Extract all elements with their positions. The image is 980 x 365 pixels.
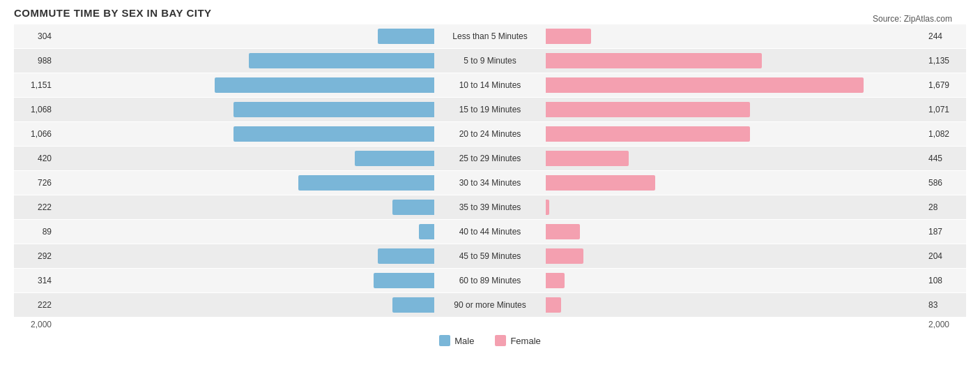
source-label: Source: ZipAtlas.com bbox=[873, 14, 952, 24]
female-bar-wrap bbox=[546, 248, 924, 264]
female-bar bbox=[546, 248, 583, 264]
female-value: 445 bbox=[924, 154, 966, 163]
legend: Male Female bbox=[14, 335, 966, 346]
row-label: 5 to 9 Minutes bbox=[434, 56, 546, 66]
female-bar-wrap bbox=[546, 224, 924, 239]
female-bar-wrap bbox=[546, 273, 924, 288]
male-value: 292 bbox=[14, 251, 56, 261]
female-bar bbox=[546, 29, 591, 44]
chart-area: 304 Less than 5 Minutes 244 988 5 to 9 M… bbox=[14, 24, 966, 317]
male-bar bbox=[355, 151, 434, 166]
female-value: 1,082 bbox=[924, 129, 966, 139]
female-bar bbox=[546, 102, 750, 117]
male-bar-wrap bbox=[56, 297, 434, 313]
female-bar-wrap bbox=[546, 126, 924, 142]
male-bar bbox=[392, 200, 434, 215]
bars-center: 5 to 9 Minutes bbox=[56, 49, 924, 73]
male-bar bbox=[233, 126, 434, 142]
female-value: 586 bbox=[924, 178, 966, 188]
chart-row: 420 25 to 29 Minutes 445 bbox=[14, 147, 966, 170]
chart-title: COMMUTE TIME BY SEX IN BAY CITY bbox=[14, 7, 966, 19]
legend-male: Male bbox=[439, 335, 474, 346]
male-bar bbox=[298, 175, 434, 191]
male-bar bbox=[378, 248, 434, 264]
legend-female-icon bbox=[495, 335, 506, 346]
male-bar-wrap bbox=[56, 200, 434, 215]
male-value: 726 bbox=[14, 178, 56, 188]
legend-female: Female bbox=[495, 335, 540, 346]
male-bar-wrap bbox=[56, 151, 434, 166]
row-label: 45 to 59 Minutes bbox=[434, 251, 546, 261]
female-value: 1,135 bbox=[924, 56, 966, 66]
row-label: 10 to 14 Minutes bbox=[434, 80, 546, 90]
female-bar-wrap bbox=[546, 53, 924, 68]
row-label: 90 or more Minutes bbox=[434, 300, 546, 310]
chart-row: 1,151 10 to 14 Minutes 1,679 bbox=[14, 73, 966, 97]
row-label: 15 to 19 Minutes bbox=[434, 105, 546, 114]
bars-center: 25 to 29 Minutes bbox=[56, 147, 924, 170]
bars-center: 30 to 34 Minutes bbox=[56, 171, 924, 195]
male-value: 988 bbox=[14, 56, 56, 66]
female-bar-wrap bbox=[546, 175, 924, 191]
male-bar bbox=[249, 53, 434, 68]
male-value: 89 bbox=[14, 227, 56, 237]
male-bar-wrap bbox=[56, 53, 434, 68]
legend-male-label: Male bbox=[454, 336, 474, 346]
male-value: 304 bbox=[14, 31, 56, 41]
female-bar bbox=[546, 175, 655, 191]
bars-center: 35 to 39 Minutes bbox=[56, 195, 924, 219]
bars-center: 20 to 24 Minutes bbox=[56, 122, 924, 146]
row-label: 20 to 24 Minutes bbox=[434, 129, 546, 139]
chart-row: 1,066 20 to 24 Minutes 1,082 bbox=[14, 122, 966, 146]
chart-row: 222 90 or more Minutes 83 bbox=[14, 293, 966, 317]
male-bar bbox=[233, 102, 434, 117]
legend-female-label: Female bbox=[510, 336, 540, 346]
female-value: 83 bbox=[924, 300, 966, 310]
female-value: 187 bbox=[924, 227, 966, 237]
male-bar-wrap bbox=[56, 273, 434, 288]
bars-center: 10 to 14 Minutes bbox=[56, 73, 924, 97]
female-value: 244 bbox=[924, 31, 966, 41]
chart-row: 314 60 to 89 Minutes 108 bbox=[14, 269, 966, 292]
male-value: 1,151 bbox=[14, 80, 56, 90]
row-label: Less than 5 Minutes bbox=[434, 31, 546, 41]
male-bar-wrap bbox=[56, 175, 434, 191]
male-bar-wrap bbox=[56, 77, 434, 93]
female-bar bbox=[546, 151, 629, 166]
female-value: 1,071 bbox=[924, 105, 966, 114]
chart-row: 89 40 to 44 Minutes 187 bbox=[14, 220, 966, 244]
male-bar-wrap bbox=[56, 102, 434, 117]
bars-center: 15 to 19 Minutes bbox=[56, 98, 924, 121]
male-value: 222 bbox=[14, 300, 56, 310]
male-value: 314 bbox=[14, 276, 56, 285]
female-value: 108 bbox=[924, 276, 966, 285]
female-bar-wrap bbox=[546, 151, 924, 166]
female-bar bbox=[546, 200, 549, 215]
female-bar bbox=[546, 126, 750, 142]
female-bar-wrap bbox=[546, 102, 924, 117]
male-value: 1,066 bbox=[14, 129, 56, 139]
female-bar-wrap bbox=[546, 297, 924, 313]
axis-right-label: 2,000 bbox=[924, 320, 966, 329]
male-bar bbox=[419, 224, 434, 239]
male-bar-wrap bbox=[56, 248, 434, 264]
male-bar-wrap bbox=[56, 224, 434, 239]
male-bar bbox=[374, 273, 434, 288]
bars-center: 40 to 44 Minutes bbox=[56, 220, 924, 244]
chart-row: 304 Less than 5 Minutes 244 bbox=[14, 24, 966, 48]
female-bar-wrap bbox=[546, 29, 924, 44]
row-label: 60 to 89 Minutes bbox=[434, 276, 546, 285]
chart-row: 726 30 to 34 Minutes 586 bbox=[14, 171, 966, 195]
female-value: 1,679 bbox=[924, 80, 966, 90]
male-bar bbox=[392, 297, 434, 313]
chart-row: 1,068 15 to 19 Minutes 1,071 bbox=[14, 98, 966, 121]
male-bar-wrap bbox=[56, 126, 434, 142]
male-bar bbox=[215, 77, 434, 93]
male-value: 420 bbox=[14, 154, 56, 163]
female-bar bbox=[546, 224, 580, 239]
bars-center: 45 to 59 Minutes bbox=[56, 244, 924, 268]
male-bar bbox=[378, 29, 434, 44]
female-bar-wrap bbox=[546, 200, 924, 215]
row-label: 35 to 39 Minutes bbox=[434, 202, 546, 212]
female-bar bbox=[546, 53, 762, 68]
